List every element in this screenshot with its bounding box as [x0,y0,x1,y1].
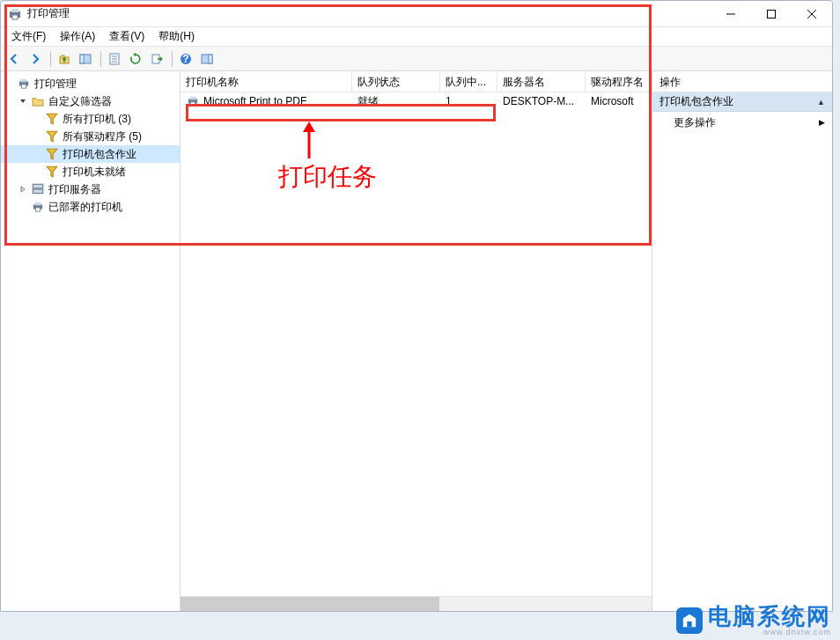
printer-icon [186,94,200,108]
svg-rect-23 [33,189,42,194]
svg-text:?: ? [182,53,188,65]
svg-rect-2 [12,15,18,19]
actions-subtitle-row[interactable]: 打印机包含作业 ▲ [652,92,832,112]
filter-icon [45,165,59,179]
up-button[interactable] [55,49,74,69]
tree-printers-not-ready[interactable]: 打印机未就绪 [1,163,180,180]
list-pane: 打印机名称 队列状态 队列中... 服务器名 驱动程序名 Microsoft P… [181,71,652,611]
client-area: 打印管理 自定义筛选器 所有打印机 (3) 所有驱动程序 (5) [1,71,832,611]
svg-rect-21 [21,85,26,88]
horizontal-scrollbar[interactable] [181,596,652,611]
printer-icon [17,77,31,91]
tree-label: 所有打印机 (3) [63,112,131,127]
tree-label: 打印服务器 [48,182,101,197]
collapse-icon[interactable] [17,95,29,107]
menu-action[interactable]: 操作(A) [53,27,102,46]
actions-title: 操作 [652,71,832,92]
actions-subtitle: 打印机包含作业 [659,94,733,109]
show-tree-button[interactable] [76,49,95,69]
column-name[interactable]: 打印机名称 [181,71,352,92]
maximize-button[interactable] [751,1,792,27]
menubar: 文件(F) 操作(A) 查看(V) 帮助(H) [1,27,832,47]
tree-all-drivers[interactable]: 所有驱动程序 (5) [1,128,180,145]
cell-name-text: Microsoft Print to PDF [203,95,306,107]
menu-help[interactable]: 帮助(H) [151,27,202,46]
svg-rect-18 [209,55,212,63]
close-button[interactable] [792,1,832,27]
expand-placeholder [17,201,29,213]
svg-rect-25 [35,202,41,205]
expand-placeholder [31,148,43,160]
tree-printers-with-jobs[interactable]: 打印机包含作业 [1,145,180,163]
refresh-button[interactable] [126,49,145,69]
tree-label: 自定义筛选器 [48,94,112,109]
actions-more[interactable]: 更多操作 ▶ [652,112,832,133]
list-header: 打印机名称 队列状态 队列中... 服务器名 驱动程序名 [181,71,652,92]
tree: 打印管理 自定义筛选器 所有打印机 (3) 所有驱动程序 (5) [1,71,180,219]
svg-rect-22 [33,184,42,188]
expand-placeholder [31,113,43,125]
expand-icon[interactable] [17,183,29,195]
tree-label: 打印管理 [34,77,77,92]
svg-rect-28 [190,97,196,99]
printer-icon [31,200,45,214]
menu-view[interactable]: 查看(V) [102,27,151,46]
print-management-window: 打印管理 文件(F) 操作(A) 查看(V) 帮助(H) ? [0,0,833,612]
tree-label: 打印机包含作业 [63,147,136,162]
column-status[interactable]: 队列状态 [352,71,440,92]
tree-label: 打印机未就绪 [63,165,126,180]
tree-label: 所有驱动程序 (5) [63,129,142,144]
svg-rect-31 [687,622,691,627]
svg-rect-20 [21,79,27,82]
actions-more-label: 更多操作 [674,115,716,130]
tree-print-servers[interactable]: 打印服务器 [1,180,180,198]
forward-button[interactable] [26,49,45,69]
export-button[interactable] [147,49,166,69]
expand-placeholder [31,166,43,178]
help-button[interactable]: ? [176,49,195,69]
tree-custom-filters[interactable]: 自定义筛选器 [1,92,180,110]
column-driver[interactable]: 驱动程序名 [586,71,652,92]
expand-placeholder [31,130,43,143]
svg-rect-26 [35,208,40,211]
watermark: 电脑系统网 www.dnxtw.com [676,605,831,636]
tree-all-printers[interactable]: 所有打印机 (3) [1,110,180,128]
actions-pane: 操作 打印机包含作业 ▲ 更多操作 ▶ [652,71,832,611]
filter-icon [45,112,59,126]
cell-status: 就绪 [352,94,440,109]
filter-icon [45,129,59,143]
watermark-logo-icon [676,607,703,634]
tree-deployed-printers[interactable]: 已部署的打印机 [1,198,180,216]
toolbar: ? [1,47,832,71]
printer-row[interactable]: Microsoft Print to PDF 就绪 1 DESKTOP-M...… [181,92,652,110]
minimize-button[interactable] [711,1,751,27]
cell-name: Microsoft Print to PDF [181,94,352,108]
toolbar-separator [172,51,173,67]
tree-root[interactable]: 打印管理 [1,75,180,92]
menu-file[interactable]: 文件(F) [4,27,53,46]
svg-rect-9 [80,55,84,63]
titlebar: 打印管理 [1,1,832,27]
cell-server: DESKTOP-M... [497,95,586,107]
toolbar-separator [50,51,51,67]
scrollbar-thumb[interactable] [181,597,439,611]
toolbar-separator [100,51,101,67]
server-icon [31,182,45,196]
app-icon [8,7,22,21]
tree-label: 已部署的打印机 [48,200,122,215]
filter-icon [45,147,59,161]
cell-driver: Microsoft [586,95,652,107]
collapse-icon[interactable] [3,77,15,90]
svg-rect-29 [190,102,195,106]
window-title: 打印管理 [27,6,70,21]
properties-button[interactable] [105,49,124,69]
back-button[interactable] [4,49,24,69]
column-jobs[interactable]: 队列中... [440,71,497,92]
show-actions-button[interactable] [197,49,217,69]
svg-rect-1 [11,9,18,12]
folder-icon [31,94,45,108]
svg-rect-4 [768,10,776,18]
tree-pane: 打印管理 自定义筛选器 所有打印机 (3) 所有驱动程序 (5) [1,71,181,611]
collapse-triangle-icon: ▲ [817,98,825,107]
column-server[interactable]: 服务器名 [497,71,586,92]
